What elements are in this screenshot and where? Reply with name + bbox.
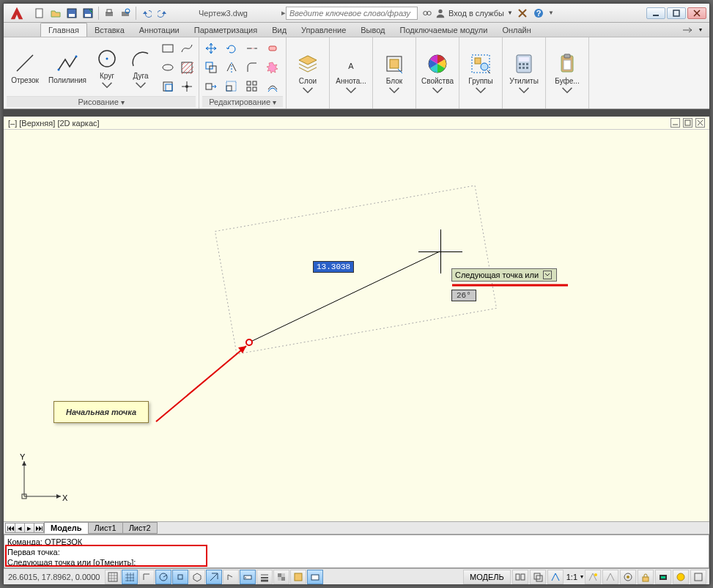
groups-button[interactable]: Группы (462, 47, 499, 100)
sheet-next-icon[interactable]: ▸ (24, 523, 34, 533)
panel-edit-label[interactable]: Редактирование ▾ (202, 96, 283, 107)
lineweight-icon[interactable] (256, 570, 273, 584)
modelspace-button[interactable]: МОДЕЛЬ (463, 570, 511, 584)
otrack-icon[interactable] (206, 570, 222, 584)
annotation-button[interactable]: A Аннота... (333, 47, 369, 100)
block-button[interactable]: Блок (376, 47, 413, 100)
sheet-tab-model[interactable]: Модель (44, 522, 89, 534)
circle-button[interactable]: Круг (92, 41, 122, 94)
tab-plugins[interactable]: Подключаемые модули (393, 23, 495, 37)
properties-button[interactable]: Свойства (419, 47, 456, 100)
trim-icon[interactable] (243, 40, 261, 57)
isolate-icon[interactable] (673, 570, 689, 584)
layers-button[interactable]: Слои (289, 47, 326, 100)
tooltip-options-icon[interactable] (543, 271, 552, 279)
offset-icon[interactable] (264, 78, 281, 95)
hardware-accel-icon[interactable] (655, 570, 671, 584)
grid-display-icon[interactable] (122, 570, 138, 584)
length-input[interactable]: 13.3038 (313, 261, 354, 273)
vp-close-icon[interactable] (695, 118, 705, 128)
fillet-icon[interactable] (243, 59, 261, 76)
scale-icon[interactable] (223, 78, 240, 95)
tab-output[interactable]: Вывод (353, 23, 392, 37)
workspace-icon[interactable] (620, 570, 636, 584)
close-button[interactable] (687, 7, 706, 19)
move-icon[interactable] (202, 40, 220, 57)
redo-icon[interactable] (156, 7, 169, 20)
print-preview-icon[interactable] (119, 7, 132, 20)
utilities-button[interactable]: Утилиты (506, 47, 542, 100)
ortho-icon[interactable] (138, 570, 155, 584)
region-icon[interactable] (159, 78, 177, 95)
arc-button[interactable]: Дуга (125, 41, 156, 94)
quickview-drawings-icon[interactable] (530, 570, 546, 584)
saveas-icon[interactable] (81, 7, 95, 20)
application-menu-button[interactable] (4, 4, 30, 23)
transparency-icon[interactable] (273, 570, 289, 584)
sheet-tab-2[interactable]: Лист2 (122, 522, 158, 534)
help-search-input[interactable] (286, 7, 418, 20)
toolbar-lock-icon[interactable] (638, 570, 654, 584)
annotation-visibility-icon[interactable] (585, 570, 601, 584)
sheet-last-icon[interactable]: ⏭ (34, 523, 44, 533)
tab-annotations[interactable]: Аннотации (132, 23, 187, 37)
point-icon[interactable] (178, 78, 196, 95)
tab-insert[interactable]: Вставка (87, 23, 132, 37)
erase-icon[interactable] (264, 40, 281, 57)
mirror-icon[interactable] (223, 59, 240, 76)
ducs-icon[interactable] (223, 570, 239, 584)
qp-icon[interactable] (290, 570, 306, 584)
tab-parametric[interactable]: Параметризация (187, 23, 265, 37)
quickview-layouts-icon[interactable] (512, 570, 528, 584)
polyline-button[interactable]: Полилиния (46, 41, 89, 94)
osnap3d-icon[interactable] (189, 570, 205, 584)
save-icon[interactable] (65, 7, 78, 20)
tab-online[interactable]: Онлайн (495, 23, 538, 37)
spline-icon[interactable] (178, 40, 196, 57)
hatch-icon[interactable] (178, 59, 196, 76)
command-line[interactable]: Команда: ОТРЕЗОК Первая точка: Следующая… (4, 534, 709, 568)
minimize-button[interactable] (646, 7, 665, 19)
explode-icon[interactable] (264, 59, 281, 76)
binoculars-icon[interactable] (422, 8, 432, 18)
sheet-tab-1[interactable]: Лист1 (88, 522, 123, 534)
open-icon[interactable] (49, 7, 62, 20)
ribbon-collapse-icon[interactable] (681, 26, 696, 34)
annotation-autoscale-icon[interactable] (602, 570, 618, 584)
maximize-button[interactable] (667, 7, 686, 19)
sc-icon[interactable] (307, 570, 323, 584)
new-icon[interactable] (33, 7, 46, 20)
copy-icon[interactable] (202, 59, 220, 76)
drawing-area[interactable]: 13.3038 Следующая точка или 26° Начальна… (4, 130, 709, 521)
dyn-input-icon[interactable] (240, 570, 256, 584)
stretch-icon[interactable] (202, 78, 220, 95)
vp-minimize-icon[interactable] (670, 118, 680, 128)
exchange-icon[interactable] (516, 7, 529, 20)
signin-link[interactable]: Вход в службы (448, 9, 504, 18)
signin-dropdown-icon[interactable]: ▼ (507, 10, 513, 16)
line-button[interactable]: Отрезок (7, 41, 43, 94)
ellipse-icon[interactable] (159, 59, 177, 76)
clipboard-button[interactable]: Буфе... (549, 47, 585, 100)
osnap-icon[interactable] (172, 570, 188, 584)
panel-draw-label[interactable]: Рисование ▾ (7, 96, 196, 107)
vp-maximize-icon[interactable] (683, 118, 692, 128)
scale-display[interactable]: 1:1 (565, 573, 579, 581)
angle-input[interactable]: 26° (451, 290, 476, 301)
array-icon[interactable] (243, 78, 261, 95)
help-icon[interactable]: ? (532, 7, 545, 20)
sheet-first-icon[interactable]: ⏮ (5, 523, 15, 533)
rectangle-icon[interactable] (159, 40, 177, 57)
snap-grid-icon[interactable] (105, 570, 121, 584)
tab-view[interactable]: Вид (265, 23, 294, 37)
print-icon[interactable] (103, 7, 116, 20)
tab-home[interactable]: Главная (40, 23, 87, 37)
polar-icon[interactable] (155, 570, 171, 584)
rotate-icon[interactable] (223, 40, 240, 57)
viewport-controls[interactable]: [–] [Верхняя] [2D каркас] (4, 117, 709, 130)
sheet-prev-icon[interactable]: ◂ (15, 523, 25, 533)
tab-manage[interactable]: Управление (294, 23, 353, 37)
clean-screen-icon[interactable] (690, 570, 706, 584)
annotation-scale-icon[interactable] (547, 570, 564, 584)
undo-icon[interactable] (140, 7, 153, 20)
